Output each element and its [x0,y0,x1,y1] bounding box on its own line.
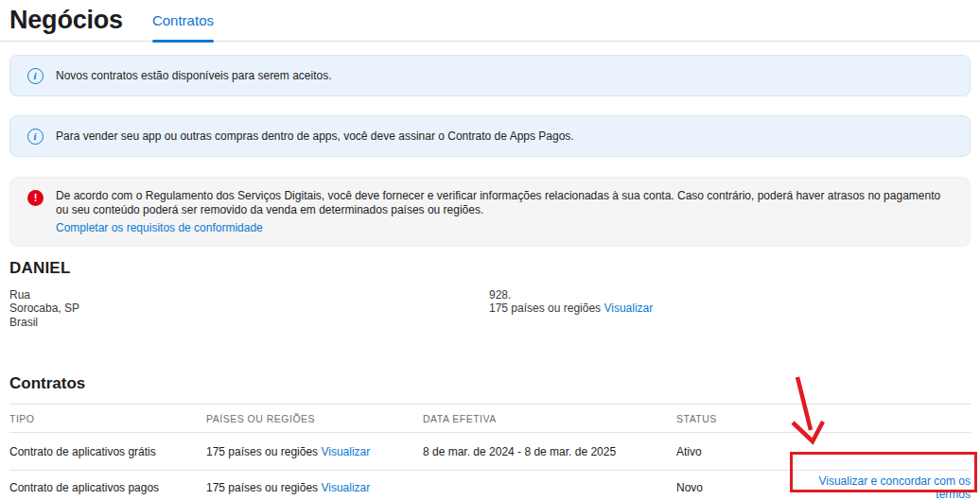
banner-new-contracts: i Novos contratos estão disponíveis para… [9,55,971,96]
regions-visualizar-link[interactable]: Visualizar [321,445,370,458]
alert-icon: ! [27,190,44,206]
contract-type: Contrato de aplicativos grátis [9,445,206,458]
info-icon: i [27,129,44,145]
banner-dsa-text: De acordo com o Regulamento dos Serviços… [56,189,953,216]
contract-date: 8 de mar. de 2024 - 8 de mar. de 2025 [423,445,676,458]
account-address: Rua Sorocaba, SP Brasil [9,288,489,330]
account-regions-text: 175 países ou regiões [489,302,601,315]
account-regions-visualizar-link[interactable]: Visualizar [604,302,653,315]
column-header-data-efetiva: DATA EFETIVA [423,413,676,424]
regions-visualizar-link[interactable]: Visualizar [321,481,370,494]
contract-regions: 175 países ou regiões Visualizar [206,481,423,494]
page-header: Negócios Contratos [0,0,980,42]
contract-regions: 175 países ou regiões Visualizar [206,445,423,458]
contracts-table-header: TIPO PAÍSES OU REGIÕES DATA EFETIVA STAT… [9,405,971,433]
tab-contratos[interactable]: Contratos [152,0,214,42]
table-row-free-apps-contract: Contrato de aplicativos grátis 175 paíse… [9,433,971,471]
contracts-heading: Contratos [9,374,971,393]
column-header-tipo: TIPO [9,413,206,424]
business-contracts-page: Negócios Contratos i Novos contratos est… [0,0,980,500]
tab-bar: Contratos [152,0,214,42]
contracts-section: Contratos TIPO PAÍSES OU REGIÕES DATA EF… [0,374,980,500]
contract-type: Contrato de aplicativos pagos [9,481,206,494]
table-row-paid-apps-contract: Contrato de aplicativos pagos 175 países… [9,471,971,500]
address-line-country: Brasil [9,316,489,330]
banner-paid-apps: i Para vender seu app ou outras compras … [9,115,971,157]
account-section: DANIEL Rua Sorocaba, SP Brasil 928. 175 … [0,259,980,330]
banner-new-contracts-text: Novos contratos estão disponíveis para s… [56,69,331,82]
account-name: DANIEL [9,259,971,278]
agree-terms-link[interactable]: Visualizar e concordar com os termos [818,474,971,500]
address-number: 928. [489,288,653,302]
address-line-city: Sorocaba, SP [9,302,489,316]
banner-dsa-compliance: ! De acordo com o Regulamento dos Serviç… [9,177,971,247]
status-label: Novo [676,481,799,494]
banner-paid-apps-text: Para vender seu app ou outras compras de… [56,129,574,143]
compliance-requirements-link[interactable]: Completar os requisitos de conformidade [56,221,263,235]
info-icon: i [27,68,44,84]
address-line-street: Rua [9,288,489,302]
account-details: 928. 175 países ou regiões Visualizar [489,288,653,330]
contracts-table: TIPO PAÍSES OU REGIÕES DATA EFETIVA STAT… [9,404,971,500]
column-header-paises: PAÍSES OU REGIÕES [206,413,423,424]
column-header-status: STATUS [676,413,799,424]
page-title: Negócios [9,8,123,33]
status-label: Ativo [676,445,799,458]
